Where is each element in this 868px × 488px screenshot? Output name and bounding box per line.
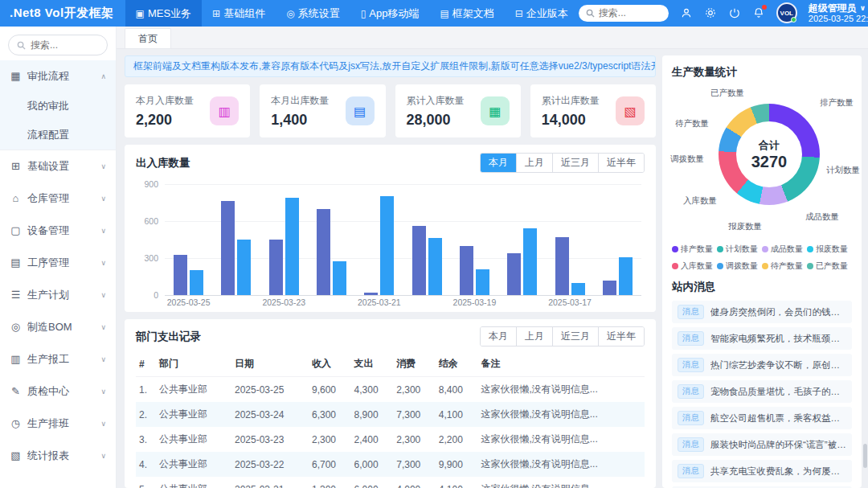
sidebar-item-仓库管理[interactable]: ⌂仓库管理∨ [0,182,116,214]
chart-range-近半年[interactable]: 近半年 [598,154,644,172]
table-range-本月[interactable]: 本月 [481,327,516,346]
bar-series1[interactable] [269,240,283,295]
bar-series1[interactable] [174,255,187,295]
bar-series2[interactable] [285,198,299,295]
table-cell: 5. [136,477,156,488]
user-icon[interactable] [680,6,693,19]
table-row[interactable]: 1.公共事业部2025-03-259,6004,3002,3008,400这家伙… [136,377,645,403]
bar-series1[interactable] [364,293,378,295]
message-item[interactable]: 消息宠物食品质量堪忧，毛孩子的健康谁守护？ [672,380,852,403]
table-cell: 1,300 [309,477,351,488]
bar-series2[interactable] [237,240,251,295]
user-name[interactable]: 超级管理员∨ [809,2,868,14]
legend-item-排产数量[interactable]: 排产数量 [672,244,717,255]
top-menu-item-系统设置[interactable]: ◎系统设置 [276,0,350,27]
legend-item-已产数量[interactable]: 已产数量 [807,260,852,272]
chart-range-本月[interactable]: 本月 [481,154,516,172]
inbound-month-icon: ▥ [210,96,239,125]
table-cell: 7,300 [393,452,436,477]
table-row[interactable]: 4.公共事业部2025-03-226,7006,0007,3009,900这家伙… [136,452,645,477]
message-text: 宠物食品质量堪忧，毛孩子的健康谁守护？ [710,386,846,398]
table-cell: 8,400 [436,377,478,403]
navbar-search-input[interactable] [599,7,655,18]
avatar[interactable]: VOL [776,2,797,23]
scrollbar-thumb[interactable] [863,444,867,468]
sidebar-group-审批流程: ▦审批流程∧我的审批流程配置 [0,60,116,150]
message-item[interactable]: 消息共享充电宝收费乱象，为何屡禁不止？ [672,460,852,482]
chart-range-上月[interactable]: 上月 [516,154,552,172]
table-row[interactable]: 3.公共事业部2025-03-232,3002,4002,3002,200这家伙… [136,427,645,452]
top-menu-item-框架文档[interactable]: ▤框架文档 [429,0,504,27]
sidebar-item-设备管理[interactable]: ▢设备管理∨ [0,215,116,246]
bar-series1[interactable] [221,201,235,295]
sidebar-item-label: 生产排班 [27,416,95,431]
pie-label-调拨数量: 调拨数量 [670,154,704,165]
legend-item-计划数量[interactable]: 计划数量 [717,244,762,255]
components-icon: ⊞ [212,8,220,19]
sidebar-search-input[interactable] [31,39,95,51]
table-cell: 1. [136,377,156,403]
bar-series1[interactable] [412,226,426,295]
sidebar-search[interactable] [8,35,108,55]
bar-group-2025-03-20 [412,184,442,295]
sidebar-item-基础设置[interactable]: ⊞基础设置∨ [0,150,116,182]
legend-dot [672,263,678,269]
bar-series2[interactable] [571,283,585,295]
sidebar-item-制造BOM[interactable]: ◎制造BOM∨ [0,311,116,342]
chevron-down-icon: ∨ [100,452,106,460]
bar-series1[interactable] [507,253,521,295]
bell-icon[interactable] [752,6,765,19]
message-item[interactable]: 消息健身房突然倒闭，会员们的钱该如何追回？ [672,301,852,323]
bar-series1[interactable] [603,281,616,295]
legend-item-待产数量[interactable]: 待产数量 [762,260,807,272]
sidebar-item-生产报工[interactable]: ▥生产报工∨ [0,343,116,375]
chevron-down-icon: ∨ [100,323,106,331]
table-range-上月[interactable]: 上月 [516,327,552,346]
sidebar-subitem-流程配置[interactable]: 流程配置 [0,121,116,150]
legend-item-成品数量[interactable]: 成品数量 [762,244,807,255]
bar-series1[interactable] [555,237,569,295]
table-row[interactable]: 5.公共事业部2025-03-211,3006,0004,0004,100这家伙… [136,477,645,488]
message-item[interactable]: 消息智能家电频繁死机，技术瓶颈待突破？ [672,327,852,350]
message-item[interactable]: 消息航空公司超售机票，乘客权益如何保障？ [672,407,852,429]
bar-series2[interactable] [190,270,203,295]
sidebar-item-工序管理[interactable]: ▤工序管理∨ [0,247,116,278]
top-menu-item-基础组件[interactable]: ⊞基础组件 [202,0,276,27]
legend-item-报废数量[interactable]: 报废数量 [807,244,852,255]
sidebar-item-审批流程[interactable]: ▦审批流程∧ [0,60,116,92]
sidebar-item-质检中心[interactable]: ✎质检中心∨ [0,375,116,407]
message-item[interactable]: 消息热门综艺抄袭争议不断，原创之路在何方？ [672,354,852,376]
bar-series2[interactable] [428,238,442,295]
bar-series2[interactable] [619,257,633,295]
navbar-search[interactable] [579,5,669,22]
power-icon[interactable] [728,6,741,19]
bar-series2[interactable] [380,196,394,295]
sidebar-item-统计报表[interactable]: ▧统计报表∨ [0,440,116,471]
sidebar-subitem-我的审批[interactable]: 我的审批 [0,92,116,121]
bar-series2[interactable] [476,269,489,295]
donut-center-value: 3270 [751,153,788,171]
theme-icon[interactable] [704,6,717,19]
top-menu-item-企业版本[interactable]: ⊟企业版本 [505,0,579,27]
notification-dot [762,5,767,10]
bar-series2[interactable] [523,228,537,295]
sidebar-item-生产计划[interactable]: ☰生产计划∨ [0,279,116,310]
table-range-近半年[interactable]: 近半年 [598,327,644,346]
bar-series2[interactable] [333,261,346,295]
bar-series1[interactable] [317,209,330,295]
top-menu-item-MES业务[interactable]: ▣MES业务 [125,0,203,27]
table-row[interactable]: 2.公共事业部2025-03-246,3008,9007,3004,100这家伙… [136,402,645,427]
chart-range-近三月[interactable]: 近三月 [552,154,598,172]
production-stats-title: 生产数量统计 [672,65,852,80]
table-cell: 2025-03-25 [231,377,309,403]
table-range-近三月[interactable]: 近三月 [552,327,598,346]
legend-dot [807,263,813,269]
legend-item-入库数量[interactable]: 入库数量 [672,260,717,272]
tab-首页[interactable]: 首页 [125,28,171,48]
bar-series1[interactable] [460,246,473,295]
legend-item-调拨数量[interactable]: 调拨数量 [717,260,762,272]
message-item[interactable]: 消息服装快时尚品牌的环保“谎言”被戳破？ [672,433,852,456]
top-menu-item-App移动端[interactable]: ▯App移动端 [350,0,430,27]
legend-label: 入库数量 [681,260,713,272]
sidebar-item-生产排班[interactable]: ◷生产排班∨ [0,408,116,439]
